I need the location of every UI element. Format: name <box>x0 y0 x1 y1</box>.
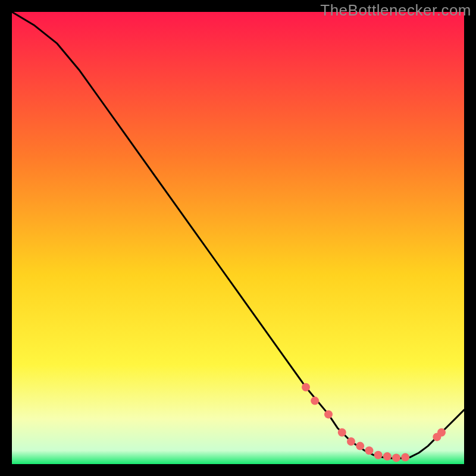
marker-point <box>302 383 310 392</box>
marker-point <box>401 453 409 462</box>
chart-svg <box>12 12 464 464</box>
watermark-text: TheBottlenecker.com <box>320 1 471 20</box>
chart-frame: TheBottlenecker.com <box>0 0 476 476</box>
marker-point <box>311 397 319 405</box>
marker-point <box>383 452 392 461</box>
plot-area <box>12 12 464 464</box>
marker-point <box>324 410 333 418</box>
marker-point <box>365 446 373 455</box>
gradient-bg <box>12 12 464 464</box>
marker-point <box>374 451 383 459</box>
marker-point <box>347 437 355 446</box>
marker-point <box>338 428 346 437</box>
marker-point <box>356 442 364 450</box>
marker-point <box>437 428 446 437</box>
marker-point <box>392 453 400 462</box>
